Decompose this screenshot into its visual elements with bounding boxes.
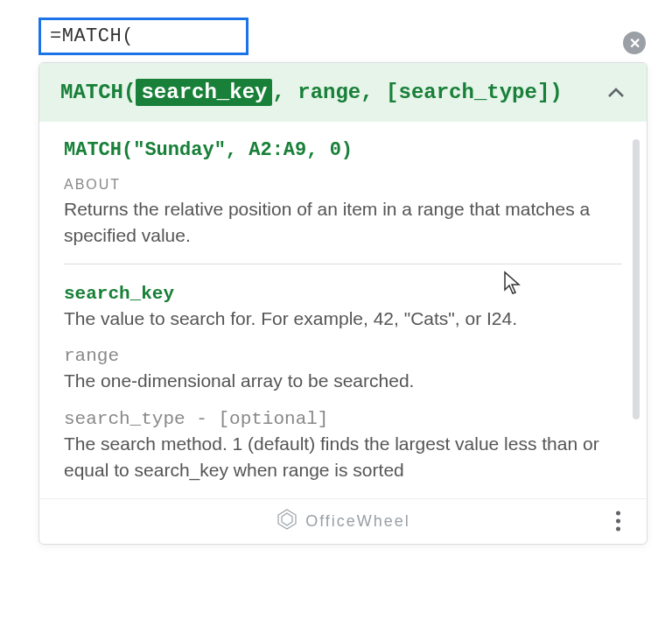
brand: OfficeWheel	[276, 508, 410, 535]
formula-input[interactable]: =MATCH(	[38, 18, 248, 55]
panel-footer: OfficeWheel	[39, 498, 647, 544]
formula-help-panel: MATCH(search_key, range, [search_type]) …	[38, 62, 648, 545]
signature-rest: , range, [search_type])	[272, 81, 562, 104]
scrollbar[interactable]	[633, 139, 640, 419]
example-code: MATCH("Sunday", A2:A9, 0)	[64, 139, 622, 161]
signature-header: MATCH(search_key, range, [search_type])	[39, 63, 647, 122]
kebab-dot	[616, 511, 620, 516]
param-block: range The one-dimensional array to be se…	[64, 346, 622, 394]
collapse-button[interactable]	[606, 83, 626, 102]
param-block: search_key The value to search for. For …	[64, 284, 622, 332]
more-options-button[interactable]	[611, 506, 626, 537]
param-name-range: range	[64, 346, 622, 366]
close-button[interactable]: ✕	[623, 32, 646, 54]
divider	[64, 264, 622, 264]
brand-logo-icon	[276, 508, 298, 535]
function-signature: MATCH(search_key, range, [search_type])	[60, 81, 563, 104]
chevron-up-icon	[607, 88, 625, 98]
about-label: ABOUT	[64, 177, 622, 193]
param-name-search-key: search_key	[64, 284, 622, 304]
param-name-search-type: search_type - [optional]	[64, 409, 622, 429]
brand-text: OfficeWheel	[305, 512, 410, 531]
param-desc-range: The one-dimensional array to be searched…	[64, 368, 622, 394]
param-desc-search-type: The search method. 1 (default) finds the…	[64, 431, 622, 484]
param-block: search_type - [optional] The search meth…	[64, 409, 622, 484]
help-body: MATCH("Sunday", A2:A9, 0) ABOUT Returns …	[39, 122, 647, 498]
signature-fn: MATCH(	[60, 81, 136, 104]
signature-active-arg: search_key	[136, 79, 272, 106]
kebab-dot	[616, 519, 620, 524]
svg-marker-1	[282, 513, 292, 525]
kebab-dot	[616, 527, 620, 532]
param-desc-search-key: The value to search for. For example, 42…	[64, 306, 622, 332]
about-text: Returns the relative position of an item…	[64, 196, 622, 250]
close-icon: ✕	[629, 35, 640, 52]
